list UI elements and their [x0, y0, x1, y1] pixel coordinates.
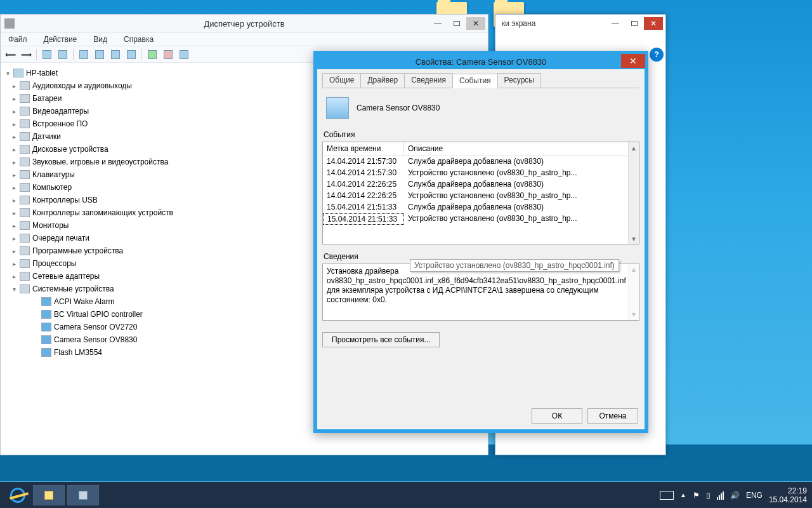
event-timestamp: 15.04.2014 21:51:33 [323, 213, 404, 225]
category-icon [20, 183, 30, 192]
scrollbar[interactable]: ▴ ▾ [628, 264, 639, 320]
tree-label: Сетевые адаптеры [32, 272, 100, 281]
events-section-label: События [324, 130, 638, 139]
event-description: Устройство установлено (ov8830_hp_astro_… [404, 213, 639, 225]
event-row[interactable]: 14.04.2014 21:57:30Служба драйвера добав… [323, 156, 639, 168]
toolbar-button[interactable] [56, 48, 70, 62]
minimize-button[interactable]: — [428, 17, 447, 30]
menu-action[interactable]: Действие [40, 34, 81, 45]
tree-label: BC Virtual GPIO controller [54, 310, 143, 319]
toolbar-button[interactable] [108, 48, 122, 62]
maximize-button[interactable] [625, 17, 644, 30]
device-icon [41, 323, 51, 331]
help-icon[interactable]: ? [650, 48, 664, 62]
device-icon [41, 297, 51, 306]
category-icon [20, 272, 30, 281]
nav-back-button[interactable]: ⟸ [3, 48, 17, 62]
event-timestamp: 14.04.2014 21:57:30 [323, 156, 404, 168]
clock[interactable]: 22:19 15.04.2014 [769, 486, 807, 504]
window-titlebar[interactable]: ки экрана — ✕ [495, 15, 665, 32]
event-timestamp: 14.04.2014 22:26:25 [323, 190, 404, 202]
tab-Драйвер[interactable]: Драйвер [360, 73, 405, 88]
tree-label: Звуковые, игровые и видеоустройства [32, 157, 168, 166]
keyboard-icon[interactable] [660, 491, 674, 500]
minimize-button[interactable]: — [606, 17, 625, 30]
menu-bar: Файл Действие Вид Справка [1, 32, 488, 46]
menu-view[interactable]: Вид [89, 34, 111, 45]
event-row[interactable]: 14.04.2014 22:26:25Служба драйвера добав… [323, 179, 639, 190]
dialog-title: Свойства: Camera Sensor OV8830 [416, 57, 547, 67]
maximize-button[interactable] [447, 17, 466, 30]
tree-label: Программные устройства [32, 246, 123, 255]
battery-icon[interactable]: ▯ [706, 491, 710, 500]
tree-label: Flash LM3554 [54, 348, 102, 357]
tree-label: Датчики [32, 132, 61, 141]
device-icon [41, 335, 51, 344]
view-all-events-button[interactable]: Просмотреть все события... [322, 332, 440, 347]
tab-События[interactable]: События [452, 74, 498, 88]
tab-Общие[interactable]: Общие [322, 73, 361, 88]
scroll-down-button[interactable]: ▾ [629, 233, 639, 244]
event-row[interactable]: 15.04.2014 21:51:33Служба драйвера добав… [323, 202, 639, 213]
toolbar-button[interactable] [161, 48, 175, 62]
tree-label: Мониторы [32, 221, 69, 230]
scrollbar[interactable]: ▴ ▾ [628, 142, 639, 244]
events-list[interactable]: Метка времени Описание 14.04.2014 21:57:… [322, 142, 639, 244]
window-titlebar[interactable]: Диспетчер устройств — ✕ [1, 15, 488, 32]
event-description: Служба драйвера добавлена (ov8830) [404, 202, 639, 213]
signal-icon[interactable] [717, 491, 724, 500]
category-icon [20, 208, 30, 217]
event-row[interactable]: 15.04.2014 21:51:33Устройство установлен… [323, 213, 639, 225]
event-description: Устройство установлено (ov8830_hp_astro_… [404, 190, 639, 202]
close-button[interactable]: ✕ [644, 17, 663, 30]
menu-file[interactable]: Файл [4, 34, 31, 45]
details-text[interactable]: Установка драйвера ov8830_hp_astro_hpqc0… [322, 264, 639, 321]
tree-label: Системные устройства [32, 284, 114, 293]
close-button[interactable]: ✕ [466, 17, 485, 30]
tab-Сведения[interactable]: Сведения [404, 73, 453, 88]
close-button[interactable]: ✕ [621, 54, 645, 68]
tray-overflow-button[interactable]: ▲ [680, 491, 686, 498]
action-center-icon[interactable]: ⚑ [693, 491, 700, 500]
window-title: Диспетчер устройств [204, 19, 284, 29]
event-timestamp: 15.04.2014 21:51:33 [323, 202, 404, 213]
ie-taskbar-button[interactable] [5, 485, 30, 505]
category-icon [20, 284, 30, 293]
event-row[interactable]: 14.04.2014 21:57:30Устройство установлен… [323, 168, 639, 179]
cancel-button[interactable]: Отмена [587, 408, 638, 424]
app-icon [4, 18, 15, 29]
event-timestamp: 14.04.2014 21:57:30 [323, 168, 404, 179]
toolbar-button[interactable] [124, 48, 138, 62]
explorer-taskbar-button[interactable] [33, 485, 65, 505]
category-icon [20, 107, 30, 116]
column-description[interactable]: Описание [404, 142, 639, 156]
dialog-titlebar[interactable]: Свойства: Camera Sensor OV8830 ✕ [317, 54, 645, 69]
nav-forward-button[interactable]: ⟹ [19, 48, 33, 62]
events-header[interactable]: Метка времени Описание [323, 142, 639, 156]
toolbar-button[interactable] [77, 48, 91, 62]
scan-hardware-button[interactable] [145, 48, 159, 62]
event-row[interactable]: 14.04.2014 22:26:25Устройство установлен… [323, 190, 639, 202]
scroll-up-button[interactable]: ▴ [629, 142, 639, 153]
window-title: ки экрана [502, 19, 535, 28]
tree-label: Батареи [32, 94, 62, 103]
toolbar-button[interactable] [93, 48, 107, 62]
clock-date: 15.04.2014 [769, 495, 807, 504]
device-icon [41, 348, 51, 357]
volume-icon[interactable]: 🔊 [730, 491, 740, 500]
device-properties-dialog: Свойства: Camera Sensor OV8830 ✕ ОбщиеДр… [313, 51, 648, 433]
tree-label: Клавиатуры [32, 170, 75, 179]
toolbar-button[interactable] [40, 48, 54, 62]
column-timestamp[interactable]: Метка времени [323, 142, 404, 156]
ok-button[interactable]: ОК [532, 408, 582, 424]
device-icon [41, 310, 51, 319]
language-indicator[interactable]: ENG [746, 491, 763, 500]
tab-Ресурсы[interactable]: Ресурсы [497, 73, 541, 88]
tree-label: Видеоадаптеры [32, 107, 89, 116]
tree-label: Контроллеры USB [32, 196, 98, 204]
device-manager-taskbar-button[interactable] [67, 485, 99, 505]
scroll-up-button[interactable]: ▴ [629, 264, 639, 275]
menu-help[interactable]: Справка [120, 34, 157, 45]
scroll-down-button[interactable]: ▾ [629, 309, 639, 320]
toolbar-button[interactable] [177, 48, 191, 62]
